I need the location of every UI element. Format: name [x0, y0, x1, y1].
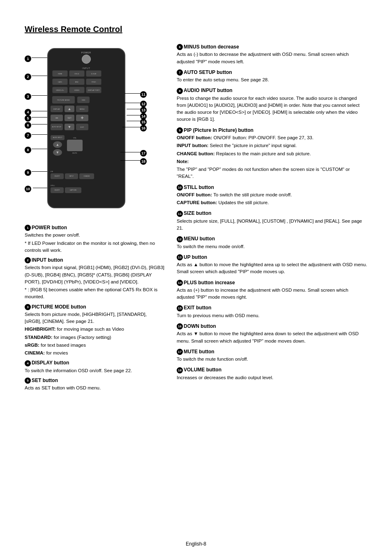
- still-label: STILL: [51, 184, 81, 187]
- desc-b3-title: 3PICTURE MODE button: [25, 304, 164, 310]
- desc-b9-change: CHANGE button: Replaces to the main pict…: [177, 150, 367, 157]
- vol-slider: [67, 140, 83, 151]
- label-5: 5: [25, 115, 32, 122]
- input-row3: VIDEO<S> VIDEO DISPLAY PORT: [52, 87, 101, 93]
- line-2: [32, 76, 48, 76]
- audio-up-btn: ▲: [53, 141, 62, 148]
- desc-b16-title: 16DOWN button: [177, 323, 367, 329]
- desc-b9-input: INPUT button: Select the "picture in pic…: [177, 142, 367, 149]
- remote-diagram: 1 2 3 4 5: [25, 44, 148, 216]
- desc-b17: 17MUTE button To switch the mute functio…: [177, 349, 367, 363]
- main-layout: 1 2 3 4 5: [25, 44, 367, 395]
- audio-input-btn: AUDIO INPUT: [51, 135, 65, 140]
- desc-b13: 13UP button Acts as ▲ button to move the…: [177, 254, 367, 276]
- minus-set-plus-row: − SET +: [51, 115, 88, 121]
- label-2: 2: [25, 74, 32, 80]
- input-row2: CAT5 BNC YPbPr: [52, 78, 101, 85]
- desc-b4-text: To switch the information OSD on/off. Se…: [25, 367, 164, 374]
- label-4: 4: [25, 109, 32, 115]
- right-column: 6MINUS button decrease Acts as (-) butto…: [177, 44, 367, 395]
- still-onoff-btn: ON/OFF: [51, 187, 64, 193]
- desc-b10-capture: CAPTURE button: Updates the still pictur…: [177, 199, 367, 206]
- desc-b14-text: Acts as (+) button to increase the adjus…: [177, 287, 367, 301]
- page-title: Wireless Remote Control: [25, 25, 367, 34]
- still-section: STILL ON/OFF CAPTURE: [51, 184, 81, 193]
- still-buttons: ON/OFF CAPTURE: [51, 187, 81, 193]
- desc-b9-note-text: The "PIP" and "POP" modes do not functio…: [177, 166, 367, 180]
- pip-buttons: ON/OFF INPUT CHANGE: [51, 173, 94, 179]
- label-10: 10: [25, 186, 32, 192]
- desc-b1: 1POWER button Switches the power on/off.…: [25, 225, 164, 254]
- desc-b15-text: Turn to previous menu with OSD menu.: [177, 312, 367, 319]
- line-14: [127, 115, 141, 115]
- desc-b12: 12MENU button To switch the menu mode on…: [177, 236, 367, 250]
- page: Wireless Remote Control 1 2 3: [0, 0, 392, 555]
- desc-b2-text: Selects from input signal, [RGB1] (HDMI)…: [25, 264, 164, 286]
- remote-body: POWER INPUT HDMI DVI-D D-SUB CAT5: [47, 48, 125, 208]
- cat5-btn: CAT5: [52, 78, 68, 85]
- label-15: 15: [140, 119, 148, 125]
- desc-b11: 11SIZE button Selects picture size, [FUL…: [177, 210, 367, 232]
- desc-b4: 4DISPLAY button To switch the informatio…: [25, 360, 164, 374]
- audio-input-group: AUDIO INPUT ▲ ▼: [51, 135, 65, 156]
- mode-row: PICTURE MODE OSD: [52, 96, 90, 104]
- label-18: 18: [140, 158, 148, 165]
- line-17: [120, 152, 141, 152]
- line-4: [32, 111, 48, 111]
- desc-b3-standard: STANDARD: for images (Factory setting): [25, 334, 164, 341]
- desc-b16-text: Acts as ▼ button to move the highlighted…: [177, 330, 367, 345]
- desc-b8-text: Press to change the audio source for eac…: [177, 95, 367, 123]
- desc-b17-title: 17MUTE button: [177, 349, 367, 355]
- label-11: 11: [140, 91, 148, 98]
- desc-b5: 5SET button Acts as SET button with OSD …: [25, 378, 164, 392]
- display-btn: DISPLAY: [51, 106, 63, 112]
- desc-b10: 10STILL button ON/OFF button: To switch …: [177, 184, 367, 207]
- desc-b2-note: * : [RGB 5] becomes usable when the opti…: [25, 286, 164, 301]
- power-button: [82, 55, 91, 64]
- desc-b14-title: 14PLUS button increase: [177, 280, 367, 286]
- desc-b11-title: 11SIZE button: [177, 210, 367, 216]
- desc-b18: 18VOLUME button Increases or decreases t…: [177, 367, 367, 381]
- picture-mode-btn: PICTURE MODE: [52, 96, 75, 104]
- bnc-btn: BNC: [69, 78, 85, 85]
- desc-b13-text: Acts as ▲ button to move the highlighted…: [177, 261, 367, 276]
- label-6: 6: [25, 122, 32, 129]
- desc-b2: 2INPUT button Selects from input signal,…: [25, 257, 164, 301]
- audio-vol-row: AUDIO INPUT ▲ ▼ VOL MUTE: [51, 135, 83, 156]
- pip-onoff-btn: ON/OFF: [51, 173, 64, 179]
- hdmi-btn: HDMI: [52, 70, 68, 77]
- minus-btn: −: [51, 115, 63, 121]
- desc-b4-title: 4DISPLAY button: [25, 360, 164, 366]
- auto-setup-btn: AUTO SETUP: [51, 124, 63, 130]
- input-row1: HDMI DVI-D D-SUB: [52, 70, 101, 77]
- set-btn: SET: [65, 115, 74, 121]
- plus-btn: +: [76, 115, 88, 121]
- desc-b1-text: Switches the power on/off.: [25, 232, 164, 239]
- desc-b13-title: 13UP button: [177, 254, 367, 260]
- label-7: 7: [25, 132, 32, 139]
- desc-b1-note: * If LED Power Indicator on the monitor …: [25, 240, 164, 254]
- autosetup-navdown-exit-row: AUTO SETUP ▼ EXIT: [51, 124, 88, 130]
- desc-b3-text: Selects from picture mode, [HIGHBRIGHT],…: [25, 311, 164, 325]
- desc-b10-onoff: ON/OFF button: To switch the still pictu…: [177, 191, 367, 198]
- desc-b18-title: 18VOLUME button: [177, 367, 367, 373]
- label-3: 3: [25, 93, 32, 100]
- vol-label: VOL: [67, 137, 83, 139]
- desc-b3-srgb: sRGB: for text based images: [25, 342, 164, 349]
- line-1: [32, 58, 48, 58]
- line-9: [32, 171, 48, 172]
- desc-b5-text: Acts as SET button with OSD menu.: [25, 385, 164, 391]
- line-16: [122, 127, 141, 127]
- videos-btn: VIDEO<S>: [52, 87, 68, 93]
- left-descriptions: 1POWER button Switches the power on/off.…: [25, 225, 164, 392]
- pip-input-btn: INPUT: [65, 173, 78, 179]
- desc-b15-title: 15EXIT button: [177, 305, 367, 311]
- desc-b3-cinema: CINEMA: for movies: [25, 350, 164, 357]
- desc-b16: 16DOWN button Acts as ▼ button to move t…: [177, 323, 367, 345]
- desc-b11-text: Selects picture size, [FULL], [NORMAL], …: [177, 218, 367, 232]
- label-1: 1: [25, 55, 32, 62]
- line-13: [127, 109, 141, 109]
- desc-b18-text: Increases or decreases the audio output …: [177, 374, 367, 381]
- label-9: 9: [25, 169, 32, 176]
- desc-b12-text: To switch the menu mode on/off.: [177, 243, 367, 250]
